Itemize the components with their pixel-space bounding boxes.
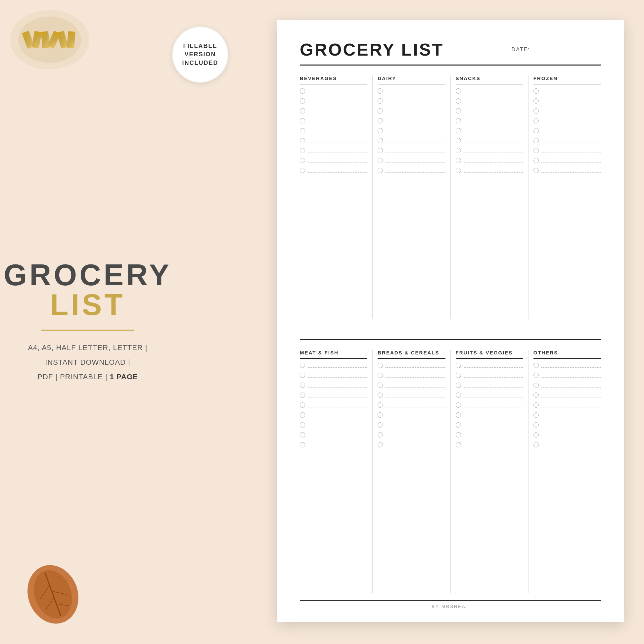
checkbox[interactable]	[533, 432, 539, 437]
checkbox[interactable]	[300, 128, 305, 133]
checkbox[interactable]	[300, 422, 305, 428]
checkbox[interactable]	[378, 373, 383, 378]
checkbox[interactable]	[456, 432, 461, 437]
checkbox[interactable]	[456, 108, 461, 114]
item-line	[308, 433, 367, 437]
checkbox[interactable]	[300, 138, 305, 143]
checkbox[interactable]	[378, 383, 383, 388]
checkbox[interactable]	[378, 98, 383, 104]
checkbox[interactable]	[300, 98, 305, 104]
checkbox[interactable]	[300, 432, 305, 437]
list-item	[378, 138, 445, 143]
checkbox[interactable]	[533, 118, 539, 123]
checkbox[interactable]	[533, 373, 539, 378]
checkbox[interactable]	[533, 392, 539, 398]
checkbox[interactable]	[300, 412, 305, 418]
checkbox[interactable]	[533, 128, 539, 133]
checkbox[interactable]	[378, 108, 383, 114]
list-item	[456, 392, 523, 398]
list-item	[300, 422, 367, 428]
item-line	[386, 89, 445, 93]
checkbox[interactable]	[378, 412, 383, 418]
checkbox[interactable]	[533, 158, 539, 163]
title-list: LIST	[50, 290, 125, 320]
checkbox[interactable]	[533, 442, 539, 447]
checkbox[interactable]	[378, 128, 383, 133]
doc-header: GROCERY LIST DATE:	[300, 40, 601, 66]
checkbox[interactable]	[300, 148, 305, 153]
checkbox[interactable]	[378, 392, 383, 398]
checkbox[interactable]	[378, 422, 383, 428]
checkbox[interactable]	[378, 118, 383, 123]
checkbox[interactable]	[533, 88, 539, 94]
checkbox[interactable]	[300, 118, 305, 123]
checkbox[interactable]	[533, 98, 539, 104]
checkbox[interactable]	[456, 88, 461, 94]
checkbox[interactable]	[533, 383, 539, 388]
checkbox[interactable]	[378, 88, 383, 94]
checkbox[interactable]	[456, 168, 461, 173]
list-item	[378, 108, 445, 114]
item-line	[464, 363, 523, 368]
checkbox[interactable]	[378, 402, 383, 408]
list-item	[533, 148, 601, 153]
checkbox[interactable]	[456, 383, 461, 388]
checkbox[interactable]	[533, 168, 539, 173]
list-item	[533, 442, 601, 447]
checkbox[interactable]	[378, 158, 383, 163]
checkbox[interactable]	[378, 432, 383, 437]
checkbox[interactable]	[300, 383, 305, 388]
checkbox[interactable]	[300, 88, 305, 94]
list-item	[533, 363, 601, 368]
checkbox[interactable]	[378, 442, 383, 447]
checkbox[interactable]	[456, 442, 461, 447]
item-line	[541, 403, 601, 407]
checkbox[interactable]	[378, 138, 383, 143]
item-line	[308, 393, 367, 397]
checkbox[interactable]	[533, 363, 539, 368]
checkbox[interactable]	[456, 373, 461, 378]
checkbox[interactable]	[456, 148, 461, 153]
checkbox[interactable]	[456, 412, 461, 418]
item-line	[541, 99, 601, 103]
checkbox[interactable]	[533, 148, 539, 153]
checkbox[interactable]	[456, 402, 461, 408]
list-item	[378, 128, 445, 133]
checkbox[interactable]	[300, 363, 305, 368]
list-item	[456, 138, 523, 143]
checkbox[interactable]	[533, 412, 539, 418]
checkbox[interactable]	[456, 422, 461, 428]
checkbox[interactable]	[456, 363, 461, 368]
checkbox[interactable]	[300, 402, 305, 408]
date-line[interactable]	[535, 51, 601, 51]
checkbox[interactable]	[300, 168, 305, 173]
checkbox[interactable]	[456, 98, 461, 104]
item-line	[464, 158, 523, 163]
list-item	[378, 88, 445, 94]
checkbox[interactable]	[456, 128, 461, 133]
checkbox[interactable]	[533, 138, 539, 143]
checkbox[interactable]	[533, 108, 539, 114]
checkbox[interactable]	[533, 422, 539, 428]
item-line	[386, 109, 445, 113]
checkbox[interactable]	[300, 108, 305, 114]
checkbox[interactable]	[300, 392, 305, 398]
checkbox[interactable]	[533, 402, 539, 408]
checkbox[interactable]	[378, 363, 383, 368]
checkbox[interactable]	[456, 138, 461, 143]
checkbox[interactable]	[300, 442, 305, 447]
checkbox[interactable]	[378, 168, 383, 173]
checkbox[interactable]	[378, 148, 383, 153]
checkbox[interactable]	[300, 373, 305, 378]
category-col-bottom-fruits-veggies: FRUITS & VEGGIES	[451, 350, 529, 594]
item-line	[464, 433, 523, 437]
category-header-bottom-0: MEAT & FISH	[300, 350, 367, 359]
checkbox[interactable]	[300, 158, 305, 163]
list-item	[456, 108, 523, 114]
checkbox[interactable]	[456, 118, 461, 123]
checkbox[interactable]	[456, 158, 461, 163]
item-line	[308, 168, 367, 173]
checkbox[interactable]	[456, 392, 461, 398]
list-item	[300, 98, 367, 104]
item-line	[308, 138, 367, 143]
